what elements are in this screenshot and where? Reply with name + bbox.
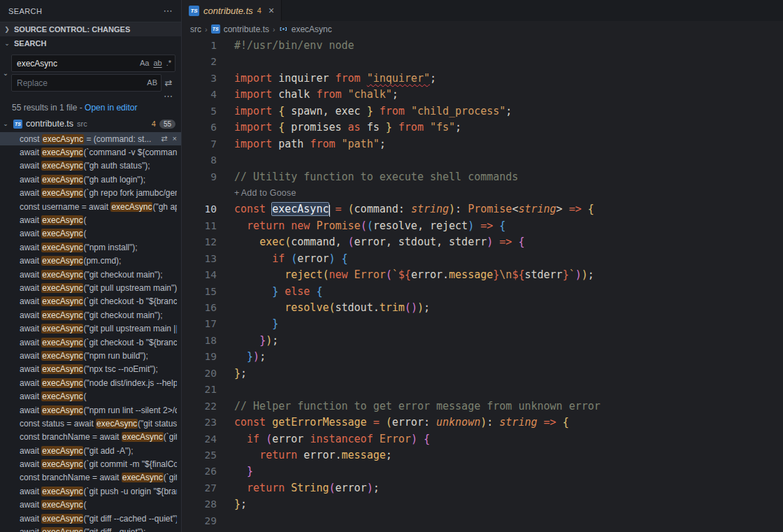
close-tab-icon[interactable]: × bbox=[268, 5, 274, 16]
code-line: 6import { promises as fs } from "fs"; bbox=[182, 120, 783, 136]
search-result-row[interactable]: await execAsync("npm run lint --silent 2… bbox=[0, 403, 181, 417]
search-result-row[interactable]: await execAsync("git pull upstream main … bbox=[0, 322, 181, 335]
search-result-row[interactable]: await execAsync("gh auth status"); bbox=[0, 159, 181, 173]
line-number[interactable]: 11 bbox=[182, 218, 217, 234]
code-text: } bbox=[234, 463, 253, 480]
line-number[interactable]: 16 bbox=[182, 300, 217, 316]
search-result-row[interactable]: await execAsync( bbox=[0, 389, 181, 403]
line-number[interactable]: 26 bbox=[182, 463, 217, 480]
match-case-icon[interactable]: Aa bbox=[140, 59, 149, 67]
code-token: { bbox=[563, 416, 569, 429]
line-number[interactable]: 20 bbox=[182, 366, 217, 382]
code-token bbox=[361, 72, 367, 85]
line-number[interactable]: 12 bbox=[182, 234, 217, 250]
search-result-row[interactable]: await execAsync("node dist/index.js --he… bbox=[0, 376, 181, 389]
line-number[interactable]: 9 bbox=[182, 169, 217, 185]
code-line: 26 } bbox=[182, 463, 783, 480]
result-text: await execAsync( bbox=[20, 229, 177, 238]
search-result-row[interactable]: await execAsync("gh auth login"); bbox=[0, 173, 181, 186]
dismiss-result-icon[interactable]: × bbox=[173, 134, 177, 143]
line-number[interactable]: 22 bbox=[182, 398, 217, 415]
line-number[interactable]: 14 bbox=[182, 267, 217, 283]
code-token: const bbox=[234, 203, 266, 215]
tab-contribute-ts[interactable]: TS contribute.ts 4 × bbox=[182, 0, 282, 21]
line-number[interactable]: 19 bbox=[182, 349, 217, 365]
search-result-row[interactable]: await execAsync( bbox=[0, 498, 181, 512]
search-result-row[interactable]: await execAsync("git checkout main"); bbox=[0, 268, 181, 281]
line-number[interactable]: 7 bbox=[182, 136, 217, 152]
line-number[interactable]: 29 bbox=[182, 513, 217, 529]
regex-icon[interactable]: .* bbox=[166, 59, 171, 67]
search-result-row[interactable]: const username = await execAsync("gh api… bbox=[0, 200, 181, 213]
search-result-row[interactable]: await execAsync("git diff --cached --qui… bbox=[0, 512, 181, 525]
code-token: = bbox=[373, 416, 380, 429]
search-result-row[interactable]: await execAsync("npx tsc --noEmit"); bbox=[0, 363, 181, 376]
line-number[interactable]: 3 bbox=[182, 71, 217, 87]
preserve-case-icon[interactable]: AB bbox=[147, 79, 157, 87]
line-number[interactable]: 10 bbox=[182, 201, 217, 217]
code-token: ` bbox=[392, 268, 398, 281]
line-number[interactable]: 25 bbox=[182, 447, 217, 463]
search-result-row[interactable]: const branchName = await execAsync(`git … bbox=[0, 471, 181, 484]
code-token: ( bbox=[348, 236, 354, 248]
whole-word-icon[interactable]: ab bbox=[153, 59, 161, 67]
result-text: await execAsync(`git commit -m "${finalC… bbox=[20, 459, 177, 469]
search-result-row[interactable]: await execAsync(`git checkout -b "${bran… bbox=[0, 295, 181, 308]
line-number[interactable]: 13 bbox=[182, 251, 217, 267]
search-result-row[interactable]: await execAsync(`git commit -m "${finalC… bbox=[0, 457, 181, 470]
search-result-row[interactable]: await execAsync( bbox=[0, 227, 181, 240]
search-result-row[interactable]: const execAsync = (command: st...⇄× bbox=[0, 132, 181, 145]
search-result-row[interactable]: await execAsync(`git push -u origin "${b… bbox=[0, 484, 181, 498]
search-result-row[interactable]: await execAsync(`git checkout -b "${bran… bbox=[0, 336, 181, 349]
search-result-row[interactable]: await execAsync("git add -A"); bbox=[0, 444, 181, 457]
line-number[interactable]: 6 bbox=[182, 120, 217, 136]
section-search[interactable]: ⌄ SEARCH bbox=[0, 36, 181, 50]
breadcrumb-src[interactable]: src bbox=[190, 24, 201, 34]
breadcrumb-file[interactable]: contribute.ts bbox=[224, 24, 269, 34]
line-number[interactable]: 18 bbox=[182, 333, 217, 349]
search-result-row[interactable]: const status = await execAsync("git stat… bbox=[0, 417, 181, 430]
line-number[interactable]: 8 bbox=[182, 152, 217, 168]
more-actions-icon[interactable]: ⋯ bbox=[164, 6, 173, 15]
code-token: from bbox=[380, 105, 405, 117]
line-number[interactable]: 5 bbox=[182, 103, 217, 120]
line-number[interactable]: 21 bbox=[182, 382, 217, 398]
replace-result-icon[interactable]: ⇄ bbox=[161, 134, 167, 143]
line-number[interactable]: 17 bbox=[182, 316, 217, 332]
open-in-editor-link[interactable]: Open in editor bbox=[85, 103, 137, 113]
search-result-row[interactable]: await execAsync( bbox=[0, 213, 181, 227]
search-result-row[interactable]: await execAsync(`command -v ${command}`)… bbox=[0, 145, 181, 159]
code-token: stderr bbox=[524, 268, 562, 281]
replace-input[interactable] bbox=[11, 74, 161, 92]
search-result-row[interactable]: await execAsync("git diff --quiet"); bbox=[0, 525, 181, 532]
code-token: Error bbox=[354, 268, 386, 281]
code-token: import bbox=[234, 88, 272, 101]
search-result-row[interactable]: await execAsync("npm run build"); bbox=[0, 349, 181, 362]
file-result-header[interactable]: ⌄ TS contribute.ts src 4 55 bbox=[0, 117, 181, 131]
section-source-control[interactable]: ❯ SOURCE CONTROL: CHANGES bbox=[0, 22, 181, 36]
breadcrumb: src › TS contribute.ts › execAsync bbox=[182, 21, 783, 37]
toggle-search-details-icon[interactable]: ⋯ bbox=[164, 92, 173, 101]
replace-all-icon[interactable]: ⇄ bbox=[161, 78, 175, 87]
line-number[interactable]: 15 bbox=[182, 284, 217, 300]
code-token: error. bbox=[297, 449, 341, 461]
search-result-row[interactable]: const branchName = await execAsync(`git … bbox=[0, 431, 181, 444]
search-result-row[interactable]: await execAsync("git checkout main"); bbox=[0, 308, 181, 322]
line-number[interactable]: 4 bbox=[182, 87, 217, 103]
code-text bbox=[234, 152, 240, 168]
line-number[interactable]: 28 bbox=[182, 496, 217, 512]
line-number[interactable]: 23 bbox=[182, 415, 217, 431]
search-result-row[interactable]: await execAsync(`gh repo fork jamubc/gem… bbox=[0, 187, 181, 200]
search-result-row[interactable]: await execAsync("git pull upstream main"… bbox=[0, 281, 181, 294]
search-result-row[interactable]: await execAsync("npm install"); bbox=[0, 240, 181, 254]
line-number[interactable]: 1 bbox=[182, 38, 217, 54]
code-text: } else { bbox=[234, 284, 322, 300]
line-number[interactable]: 2 bbox=[182, 54, 217, 70]
toggle-replace-chevron-icon[interactable]: ⌄ bbox=[1, 69, 10, 77]
line-number[interactable]: 27 bbox=[182, 480, 217, 496]
code-area[interactable]: 1#!/usr/bin/env node2 3import inquirer f… bbox=[182, 37, 783, 532]
code-lens-add-to-goose[interactable]: + Add to Goose bbox=[234, 185, 296, 201]
breadcrumb-symbol[interactable]: execAsync bbox=[292, 24, 332, 34]
line-number[interactable]: 24 bbox=[182, 431, 217, 447]
search-result-row[interactable]: await execAsync(pm.cmd); bbox=[0, 254, 181, 268]
